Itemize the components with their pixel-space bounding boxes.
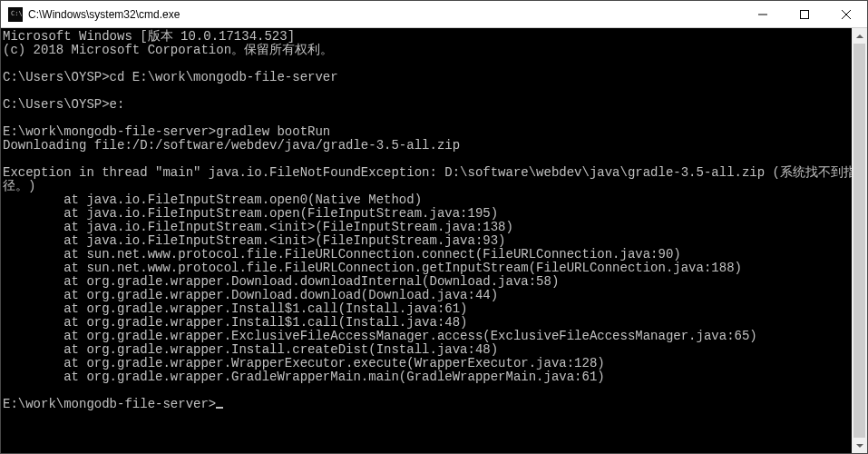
chevron-down-icon [856, 444, 863, 448]
minimize-button[interactable] [742, 1, 784, 27]
terminal-line [3, 384, 852, 398]
terminal-line [3, 84, 852, 98]
terminal-line: at java.io.FileInputStream.open(FileInpu… [3, 207, 852, 221]
maximize-icon [800, 10, 809, 19]
terminal-cursor [216, 407, 223, 409]
window-controls [742, 1, 867, 27]
cmd-window: C:\ C:\Windows\system32\cmd.exe Microsof… [0, 0, 868, 454]
terminal-prompt-line[interactable]: E:\work\mongodb-file-server> [3, 398, 852, 411]
terminal-line: 径。) [3, 180, 852, 193]
close-button[interactable] [825, 1, 867, 27]
terminal-line: at org.gradle.wrapper.Download.download(… [3, 289, 852, 302]
svg-text:C:\: C:\ [11, 10, 23, 17]
terminal-line: Microsoft Windows [版本 10.0.17134.523] [3, 30, 852, 44]
scrollbar-thumb[interactable] [853, 44, 865, 438]
terminal-line: Exception in thread "main" java.io.FileN… [3, 166, 852, 180]
terminal-line: at sun.net.www.protocol.file.FileURLConn… [3, 262, 852, 275]
terminal-output[interactable]: Microsoft Windows [版本 10.0.17134.523](c)… [1, 28, 852, 453]
close-icon [842, 10, 851, 19]
terminal-line [3, 57, 852, 71]
svg-marker-7 [856, 35, 863, 38]
terminal-line: at org.gradle.wrapper.Install.createDist… [3, 343, 852, 357]
terminal-area: Microsoft Windows [版本 10.0.17134.523](c)… [1, 28, 867, 453]
terminal-line: at org.gradle.wrapper.Install$1.call(Ins… [3, 302, 852, 316]
terminal-prompt: E:\work\mongodb-file-server> [3, 397, 216, 411]
terminal-line: at org.gradle.wrapper.GradleWrapperMain.… [3, 370, 852, 384]
chevron-up-icon [856, 35, 863, 38]
terminal-line [3, 153, 852, 166]
terminal-line: C:\Users\OYSP>cd E:\work\mongodb-file-se… [3, 71, 852, 84]
maximize-button[interactable] [784, 1, 825, 27]
terminal-line: C:\Users\OYSP>e: [3, 98, 852, 112]
terminal-line: at java.io.FileInputStream.<init>(FileIn… [3, 221, 852, 234]
terminal-line: at org.gradle.wrapper.Install$1.call(Ins… [3, 316, 852, 330]
terminal-line: E:\work\mongodb-file-server>gradlew boot… [3, 125, 852, 139]
svg-rect-4 [801, 10, 809, 18]
terminal-line: at org.gradle.wrapper.Download.downloadI… [3, 275, 852, 289]
minimize-icon [758, 10, 767, 19]
cmd-icon: C:\ [8, 7, 23, 22]
vertical-scrollbar[interactable] [852, 28, 867, 453]
scrollbar-up-arrow[interactable] [852, 28, 867, 44]
terminal-line: at sun.net.www.protocol.file.FileURLConn… [3, 248, 852, 262]
scrollbar-track[interactable] [852, 44, 867, 438]
window-title: C:\Windows\system32\cmd.exe [28, 8, 742, 21]
terminal-line: at java.io.FileInputStream.<init>(FileIn… [3, 234, 852, 248]
terminal-line: (c) 2018 Microsoft Corporation。保留所有权利。 [3, 44, 852, 57]
terminal-line: at org.gradle.wrapper.ExclusiveFileAcces… [3, 330, 852, 343]
terminal-line: at org.gradle.wrapper.WrapperExecutor.ex… [3, 357, 852, 370]
scrollbar-down-arrow[interactable] [852, 438, 867, 453]
terminal-line: Downloading file:/D:/software/webdev/jav… [3, 139, 852, 153]
terminal-line [3, 112, 852, 125]
terminal-line: at java.io.FileInputStream.open0(Native … [3, 193, 852, 207]
svg-marker-8 [856, 444, 863, 448]
titlebar[interactable]: C:\ C:\Windows\system32\cmd.exe [1, 1, 867, 28]
